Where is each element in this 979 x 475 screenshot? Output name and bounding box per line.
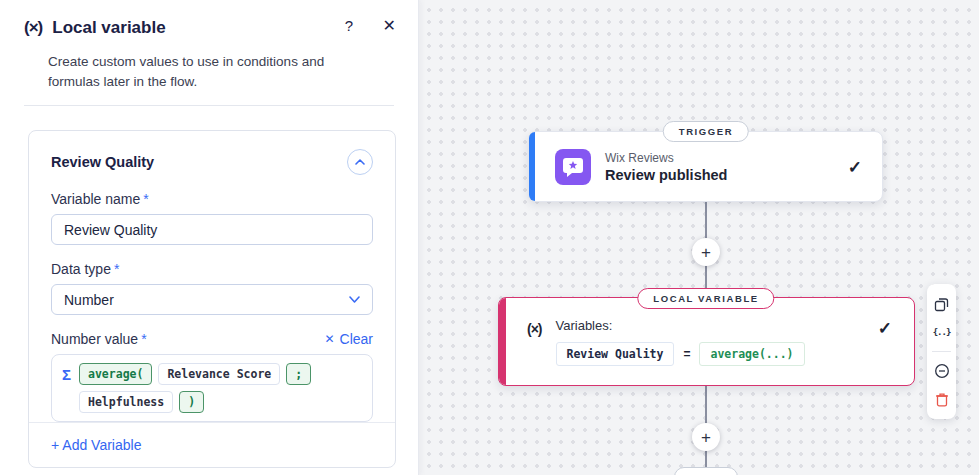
data-type-label-text: Data type: [51, 261, 111, 277]
node-toolbar: {..}: [927, 284, 956, 419]
panel-title: Local variable: [52, 18, 165, 38]
check-icon: ✓: [878, 318, 892, 339]
chevron-down-icon: [349, 296, 360, 303]
formula-editor[interactable]: Σ average( Relevance Score ; Helpfulness…: [51, 354, 373, 422]
trigger-accent-bar: [529, 132, 535, 201]
equals-sign: =: [683, 347, 690, 361]
duplicate-icon[interactable]: [930, 292, 954, 316]
add-step-button[interactable]: +: [692, 423, 720, 451]
required-asterisk: *: [141, 331, 146, 347]
deactivate-icon[interactable]: [930, 359, 954, 383]
variables-label: Variables:: [556, 318, 864, 333]
formula-token-field[interactable]: Relevance Score: [158, 363, 280, 385]
variable-name-label: Variable name*: [51, 191, 373, 207]
clear-button[interactable]: ✕ Clear: [324, 331, 373, 347]
required-asterisk: *: [114, 261, 119, 277]
variable-icon: (×): [24, 18, 42, 38]
variable-value-chip: average(...): [699, 342, 804, 366]
trigger-title: Review published: [605, 167, 834, 183]
toolbar-divider: [932, 351, 951, 352]
number-value-label: Number value*: [51, 331, 147, 347]
variable-name-chip: Review Quality: [556, 342, 675, 366]
formula-token-field[interactable]: Helpfulness: [79, 391, 173, 413]
add-variable-button[interactable]: + Add Variable: [51, 437, 141, 453]
data-type-value: Number: [64, 292, 114, 308]
formula-token-function[interactable]: ): [179, 391, 204, 413]
panel-description: Create custom values to use in condition…: [48, 52, 370, 91]
flow-canvas[interactable]: TRIGGER Wix Reviews Review published ✓ +…: [419, 0, 979, 475]
local-variable-panel: (×) Local variable ? ✕ Create custom val…: [0, 0, 419, 475]
required-asterisk: *: [143, 191, 148, 207]
help-icon[interactable]: ?: [345, 18, 353, 33]
card-footer: + Add Variable: [29, 422, 395, 467]
chevron-up-icon: [355, 159, 365, 165]
number-value-label-text: Number value: [51, 331, 138, 347]
local-variable-badge: LOCAL VARIABLE: [637, 288, 774, 309]
formula-sigma-icon: Σ: [62, 363, 71, 383]
next-node-badge-partial: [674, 467, 738, 475]
data-type-select[interactable]: Number: [51, 284, 373, 315]
panel-header: (×) Local variable ? ✕ Create custom val…: [0, 0, 418, 106]
variable-icon: (×): [527, 318, 542, 337]
local-variable-node[interactable]: (×) Variables: Review Quality = average(…: [498, 297, 915, 386]
local-variable-accent-bar: [499, 298, 506, 385]
formula-tokens: average( Relevance Score ; Helpfulness ): [79, 363, 359, 413]
variable-card: Review Quality Variable name* Data type*…: [28, 130, 396, 468]
check-icon: ✓: [848, 157, 862, 178]
variable-card-title: Review Quality: [51, 154, 154, 170]
data-type-label: Data type*: [51, 261, 373, 277]
panel-divider: [24, 105, 394, 106]
wix-reviews-icon: [555, 149, 591, 185]
trigger-badge: TRIGGER: [663, 121, 749, 142]
variable-name-label-text: Variable name: [51, 191, 140, 207]
add-step-button[interactable]: +: [692, 238, 720, 266]
trigger-app-name: Wix Reviews: [605, 151, 834, 165]
close-icon[interactable]: ✕: [383, 18, 396, 34]
variable-name-input[interactable]: [51, 214, 373, 245]
delete-icon[interactable]: [930, 387, 954, 411]
clear-x-icon: ✕: [324, 332, 334, 346]
formula-token-function[interactable]: average(: [79, 363, 152, 385]
variables-braces-icon[interactable]: {..}: [930, 320, 954, 344]
clear-label: Clear: [340, 331, 373, 347]
formula-token-separator[interactable]: ;: [286, 363, 311, 385]
collapse-button[interactable]: [347, 149, 373, 175]
